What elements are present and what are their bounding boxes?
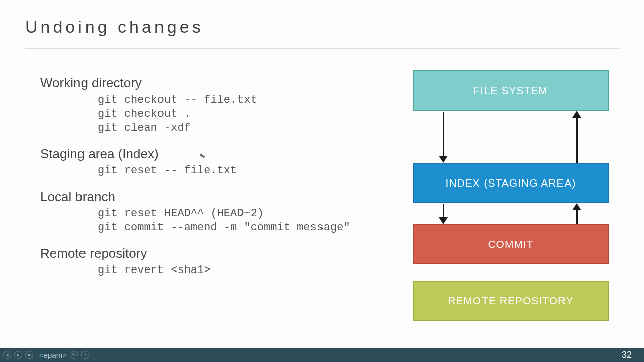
section-working-directory: Working directory git checkout -- file.t… [40,75,362,135]
epam-logo: <epam> [39,351,67,359]
arrow-down-icon [439,156,448,163]
page-number: 32 [622,350,632,360]
git-layers-diagram: FILE SYSTEM INDEX (STAGING AREA) COMMIT … [413,70,609,327]
footer-bar: ◂ ▸ ■ <epam> ✎ ⋯ 32 [0,348,644,362]
diagram-box-commit: COMMIT [413,224,609,264]
diagram-box-remote: REMOTE REPOSITORY [413,281,609,321]
arrow-line [443,204,444,218]
code-block: git checkout -- file.txt git checkout . … [40,93,362,135]
arrow-up-icon [572,111,581,118]
section-local-branch: Local branch git reset HEAD^^ (HEAD~2) g… [40,189,362,235]
arrow-down-icon [439,217,448,224]
arrow-line [576,117,578,163]
pen-icon[interactable]: ✎ [70,351,78,359]
stop-icon[interactable]: ■ [25,351,33,359]
arrow-line [576,209,578,224]
code-block: git reset -- file.txt [40,164,362,178]
slide-title: Undoing changes [25,17,204,37]
arrow-line [443,112,444,157]
menu-icon[interactable]: ⋯ [81,351,89,359]
diagram-box-index: INDEX (STAGING AREA) [413,163,609,203]
code-block: git reset HEAD^^ (HEAD~2) git commit --a… [40,207,362,235]
next-slide-icon[interactable]: ▸ [14,351,22,359]
title-rule [25,48,619,49]
presenter-controls: ◂ ▸ ■ <epam> ✎ ⋯ [0,351,89,359]
section-heading: Local branch [40,189,362,205]
section-heading: Remote repository [40,246,362,261]
content-column: Working directory git checkout -- file.t… [40,75,362,289]
section-remote-repository: Remote repository git revert <sha1> [40,246,362,278]
section-heading: Working directory [40,75,362,91]
arrow-up-icon [572,203,581,210]
code-block: git revert <sha1> [40,263,362,278]
logo-text: epam [44,351,63,359]
slide: Undoing changes Working directory git ch… [0,0,644,348]
prev-slide-icon[interactable]: ◂ [3,351,11,359]
diagram-box-file-system: FILE SYSTEM [413,70,609,111]
